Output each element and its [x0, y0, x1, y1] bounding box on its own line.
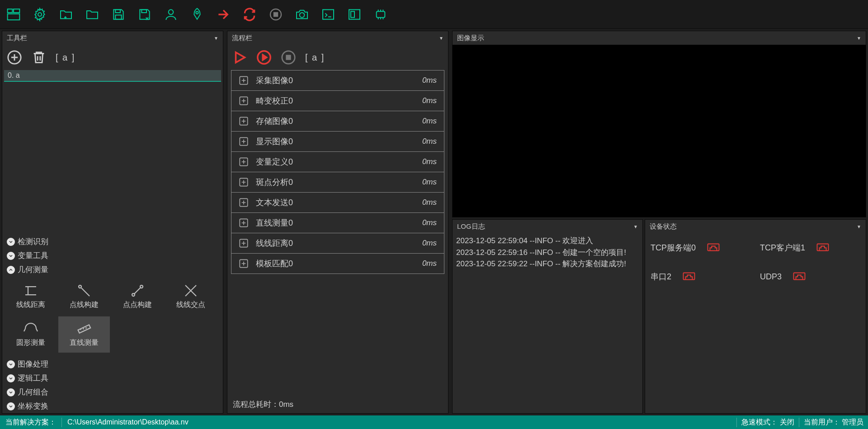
tool-圆形测量[interactable]: 圆形测量	[5, 316, 57, 353]
device-item[interactable]: TCP客户端1	[760, 242, 860, 253]
flow-step[interactable]: 直线测量00ms	[231, 212, 444, 233]
flow-step[interactable]: 斑点分析00ms	[231, 172, 444, 193]
tool-label: 点线构建	[70, 300, 99, 310]
svg-rect-6	[142, 9, 146, 13]
category-几何测量[interactable]: 几何测量	[2, 263, 223, 277]
run-arrow-button[interactable]	[213, 5, 233, 24]
chip-button[interactable]	[371, 5, 391, 24]
save-as-button[interactable]	[135, 5, 155, 24]
flow-stop-button[interactable]	[281, 50, 296, 65]
tool-label: 线线交点	[176, 300, 205, 310]
category-label: 坐标变换	[18, 401, 48, 411]
gear-icon[interactable]	[30, 5, 50, 24]
folder-button[interactable]	[82, 5, 102, 24]
step-icon	[231, 156, 256, 168]
log-title: LOG日志	[457, 222, 485, 231]
step-icon	[231, 95, 256, 107]
right-column: 图像显示▼ LOG日志▼ 2023-12-05 22:59:04 --INFO …	[452, 31, 866, 414]
dropdown-icon[interactable]: ▼	[214, 36, 218, 41]
category-坐标变换[interactable]: 坐标变换	[2, 399, 223, 413]
svg-rect-35	[817, 244, 829, 251]
bracket-label: [ a ]	[56, 52, 75, 63]
delete-button[interactable]	[31, 50, 47, 65]
step-time: 0ms	[403, 137, 444, 146]
svg-rect-10	[274, 13, 278, 16]
chevron-down-icon	[7, 388, 15, 396]
dropdown-icon[interactable]: ▼	[633, 224, 638, 229]
solution-path: C:\Users\Administrator\Desktop\aa.nv	[62, 418, 736, 426]
tool-label: 线线距离	[16, 300, 45, 310]
dropdown-icon[interactable]: ▼	[857, 36, 861, 41]
panel-button[interactable]	[344, 5, 364, 24]
flow-step[interactable]: 变量定义00ms	[231, 151, 444, 172]
svg-rect-36	[684, 273, 695, 280]
folder-open-button[interactable]	[56, 5, 76, 24]
stop-button[interactable]	[266, 5, 286, 24]
category-逻辑工具[interactable]: 逻辑工具	[2, 371, 223, 385]
user-value: 管理员	[842, 418, 863, 426]
play-loop-button[interactable]	[256, 50, 272, 65]
ethernet-icon	[793, 272, 806, 282]
flow-step[interactable]: 显示图像00ms	[231, 131, 444, 152]
add-button[interactable]	[7, 50, 22, 65]
tool-线线距离[interactable]: 线线距离	[5, 278, 57, 315]
step-time: 0ms	[403, 178, 444, 187]
flow-title: 流程栏	[232, 34, 252, 42]
device-name: UDP3	[760, 272, 782, 282]
tool-直线测量[interactable]: 直线测量	[58, 316, 110, 353]
status-bar: 当前解决方案： C:\Users\Administrator\Desktop\a…	[0, 415, 868, 429]
svg-rect-15	[377, 11, 385, 17]
device-item[interactable]: TCP服务端0	[651, 242, 751, 253]
loop-button[interactable]	[240, 5, 259, 24]
category-检测识别[interactable]: 检测识别	[2, 235, 223, 249]
step-icon	[231, 217, 256, 229]
image-canvas[interactable]	[453, 45, 866, 217]
log-body: 2023-12-05 22:59:04 --INFO -- 欢迎进入 2023-…	[453, 233, 642, 413]
step-time: 0ms	[403, 218, 444, 227]
svg-rect-20	[78, 325, 90, 333]
step-time: 0ms	[403, 259, 444, 268]
step-time: 0ms	[403, 76, 444, 85]
dropdown-icon[interactable]: ▼	[439, 36, 443, 41]
tool-icon	[76, 284, 92, 297]
flow-step[interactable]: 采集图像00ms	[231, 70, 444, 91]
category-图像处理[interactable]: 图像处理	[2, 357, 223, 371]
tool-点点构建[interactable]: 点点构建	[112, 278, 163, 315]
category-几何组合[interactable]: 几何组合	[2, 385, 223, 399]
play-button[interactable]	[232, 50, 247, 65]
dropdown-icon[interactable]: ▼	[857, 224, 861, 229]
category-变量工具[interactable]: 变量工具	[2, 249, 223, 263]
step-time: 0ms	[403, 157, 444, 166]
flow-step[interactable]: 文本发送00ms	[231, 192, 444, 213]
console-button[interactable]	[318, 5, 338, 24]
tool-点线构建[interactable]: 点线构建	[58, 278, 110, 315]
image-display-panel: 图像显示▼	[452, 31, 866, 217]
tool-item[interactable]: 0. a	[4, 70, 221, 82]
device-item[interactable]: 串口2	[651, 271, 751, 282]
tool-线线交点[interactable]: 线线交点	[165, 278, 217, 315]
svg-point-17	[79, 285, 81, 288]
ethernet-icon	[707, 243, 720, 253]
svg-point-7	[169, 9, 174, 14]
layout-button[interactable]	[4, 5, 24, 24]
rocket-button[interactable]	[187, 5, 207, 24]
step-icon	[231, 136, 256, 147]
flow-step[interactable]: 存储图像00ms	[231, 111, 444, 132]
svg-rect-23	[287, 56, 291, 60]
device-item[interactable]: UDP3	[760, 271, 860, 282]
flow-step[interactable]: 畸变校正00ms	[231, 90, 444, 111]
svg-rect-14	[351, 11, 354, 17]
camera-button[interactable]	[292, 5, 312, 24]
main-area: 工具栏▼ [ a ] 0. a 检测识别变量工具几何测量线线距离点线构建点点构建…	[0, 29, 868, 415]
category-label: 图像处理	[18, 359, 48, 369]
solution-label: 当前解决方案：	[5, 418, 56, 426]
flow-step[interactable]: 线线距离00ms	[231, 233, 444, 254]
flow-step[interactable]: 模板匹配00ms	[231, 253, 444, 274]
log-panel: LOG日志▼ 2023-12-05 22:59:04 --INFO -- 欢迎进…	[452, 219, 643, 414]
step-name: 模板匹配0	[256, 258, 403, 269]
save-button[interactable]	[108, 5, 128, 24]
step-name: 畸变校正0	[256, 95, 403, 106]
chevron-down-icon	[7, 252, 15, 260]
user-button[interactable]	[161, 5, 181, 24]
toolbox-panel: 工具栏▼ [ a ] 0. a 检测识别变量工具几何测量线线距离点线构建点点构建…	[2, 31, 223, 414]
